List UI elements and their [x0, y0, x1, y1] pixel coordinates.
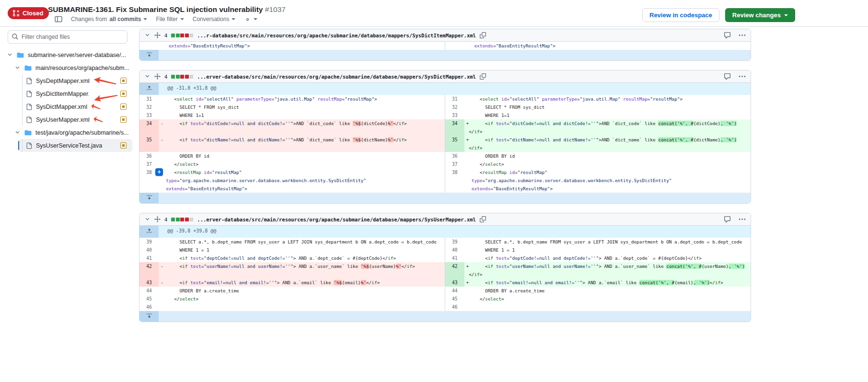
line-number-cell[interactable]: 34: [445, 119, 464, 136]
drag-handle-icon[interactable]: [154, 32, 161, 38]
tree-folder-test-java-org-apache-submarine-s[interactable]: test/java/org/apache/submarine/s...: [0, 126, 135, 139]
copy-path-button[interactable]: [480, 73, 486, 80]
red-arrow-annotation: [93, 116, 103, 123]
line-number-cell[interactable]: 32: [445, 103, 464, 111]
tree-item-label: SysUserServiceTest.java: [36, 142, 102, 149]
tree-file-sysdictmapper-xml[interactable]: SysDictMapper.xml: [18, 100, 132, 113]
code-cell: SELECT * FROM sys_dict: [159, 103, 445, 111]
line-number-cell[interactable]: 33: [139, 111, 159, 119]
line-number-cell[interactable]: 46: [139, 303, 159, 311]
diff-sign: [161, 255, 163, 261]
line-number-cell[interactable]: 31: [139, 95, 159, 103]
tree-file-sysuserservicetest-java[interactable]: SysUserServiceTest.java: [18, 139, 132, 152]
comment-icon[interactable]: [724, 216, 731, 223]
review-changes-button[interactable]: Review changes: [725, 8, 795, 22]
tree-file-sysdictitemmapper-xml[interactable]: SysDictItemMapper.xml: [18, 87, 132, 100]
file-icon: [26, 116, 32, 123]
line-number-cell[interactable]: 39: [445, 238, 464, 246]
line-number-cell[interactable]: 41: [445, 254, 464, 262]
drag-handle-icon[interactable]: [154, 216, 161, 222]
tree-folder-main-resources-org-apache-subm[interactable]: main/resources/org/apache/subm...: [0, 61, 135, 74]
line-number-cell[interactable]: 45: [445, 295, 464, 303]
expand-down-button[interactable]: [139, 311, 159, 322]
diff-sign: [466, 288, 469, 293]
chevron-down-icon: [14, 65, 21, 71]
code-cell: <resultMap id="resultMap" type="org.apac…: [464, 168, 751, 193]
tree-item-label: SysDictItemMapper.xml: [36, 91, 89, 97]
tree-folder-submarine-server-server-database[interactable]: submarine-server/server-database/...: [0, 48, 135, 61]
file-icon: [26, 142, 32, 149]
changes-from-label: Changes from: [71, 16, 107, 23]
diff-line-row: 32 SELECT * FROM sys_dict32 SELECT * FRO…: [139, 103, 751, 111]
copy-path-button[interactable]: [480, 216, 486, 222]
conversations-menu[interactable]: Conversations: [193, 16, 236, 23]
add-comment-button[interactable]: +: [155, 168, 163, 176]
filter-changed-files-input[interactable]: [8, 30, 127, 44]
line-number-cell[interactable]: 43: [139, 278, 159, 287]
line-number-cell[interactable]: 36: [445, 152, 464, 160]
diff-sign: [161, 96, 163, 102]
sidebar-toggle-button[interactable]: [55, 15, 62, 23]
copy-path-button[interactable]: [480, 32, 486, 38]
drag-handle-icon[interactable]: [154, 73, 161, 80]
line-number-cell[interactable]: 32: [139, 103, 159, 111]
expand-down-button[interactable]: [139, 193, 159, 203]
file-header-actions: [724, 73, 746, 80]
diffstat-squares: [171, 218, 193, 221]
line-number-cell[interactable]: 31: [445, 95, 464, 103]
diff-sign: [466, 43, 469, 48]
line-number-cell[interactable]: 33: [445, 111, 464, 119]
line-number-cell[interactable]: 46: [445, 303, 464, 311]
line-number-cell[interactable]: 34: [139, 119, 159, 136]
code-cell: ORDER BY a.create_time: [159, 287, 445, 295]
tree-file-sysusermapper-xml[interactable]: SysUserMapper.xml: [18, 113, 132, 126]
comment-icon[interactable]: [724, 32, 731, 39]
collapse-file-icon[interactable]: [144, 73, 150, 80]
line-number-cell[interactable]: 42: [139, 262, 159, 278]
kebab-menu-button[interactable]: [739, 32, 746, 39]
line-number-cell[interactable]: 43: [445, 278, 464, 287]
diff-file-card: 4...r-database/src/main/resources/org/ap…: [139, 29, 751, 61]
line-number-cell[interactable]: 41: [139, 254, 159, 262]
line-number-cell[interactable]: 38: [445, 168, 464, 193]
line-number-cell[interactable]: 39: [139, 238, 159, 246]
collapse-file-icon[interactable]: [144, 32, 150, 38]
deleted-code-cell: - <if test="dictCode!=null and dictCode!…: [159, 119, 445, 136]
line-number-cell[interactable]: 44: [445, 287, 464, 295]
code-cell: WHERE 1=1: [159, 111, 445, 119]
line-number-cell[interactable]: 35: [445, 136, 464, 152]
file-tree: submarine-server/server-database/...main…: [0, 48, 135, 152]
review-in-codespace-button[interactable]: Review in codespace: [642, 8, 719, 22]
line-number-cell[interactable]: [139, 42, 159, 50]
line-number-cell[interactable]: 38+: [139, 168, 159, 193]
line-number-cell[interactable]: 37: [445, 160, 464, 168]
expand-down-button[interactable]: [139, 50, 159, 60]
collapse-file-icon[interactable]: [144, 216, 150, 222]
diff-sign: -: [161, 264, 163, 269]
diff-settings-menu[interactable]: [244, 16, 257, 23]
line-number-cell[interactable]: 40: [445, 246, 464, 254]
diffstat-square-add: [176, 75, 180, 79]
modified-file-icon: [120, 104, 127, 110]
file-filter-menu[interactable]: File filter: [156, 16, 184, 23]
line-number-cell[interactable]: 40: [139, 246, 159, 254]
tree-file-sysdeptmapper-xml[interactable]: SysDeptMapper.xml: [18, 74, 132, 87]
hunk-expand-button[interactable]: [139, 83, 159, 95]
diff-sign: [466, 113, 469, 118]
code-cell: SELECT a.*, b.dept_name FROM sys_user a …: [159, 238, 445, 246]
line-number-cell[interactable]: 45: [139, 295, 159, 303]
hunk-expand-button[interactable]: [139, 226, 159, 238]
kebab-menu-button[interactable]: [739, 73, 746, 80]
kebab-menu-button[interactable]: [739, 216, 746, 223]
line-number-cell[interactable]: 42: [445, 262, 464, 278]
line-number-cell[interactable]: 44: [139, 287, 159, 295]
diffs-container: 4...r-database/src/main/resources/org/ap…: [139, 29, 751, 322]
changes-from-menu[interactable]: Changes from all commits: [71, 16, 147, 23]
comment-icon[interactable]: [724, 73, 731, 80]
pr-header: Closed SUBMARINE-1361. Fix Submarine SQL…: [0, 0, 868, 27]
line-number-cell[interactable]: [445, 42, 464, 50]
added-code-cell: + <if test="userName!=null and userName!…: [464, 262, 751, 278]
line-number-cell[interactable]: 36: [139, 152, 159, 160]
line-number-cell[interactable]: 35: [139, 136, 159, 152]
line-number-cell[interactable]: 37: [139, 160, 159, 168]
